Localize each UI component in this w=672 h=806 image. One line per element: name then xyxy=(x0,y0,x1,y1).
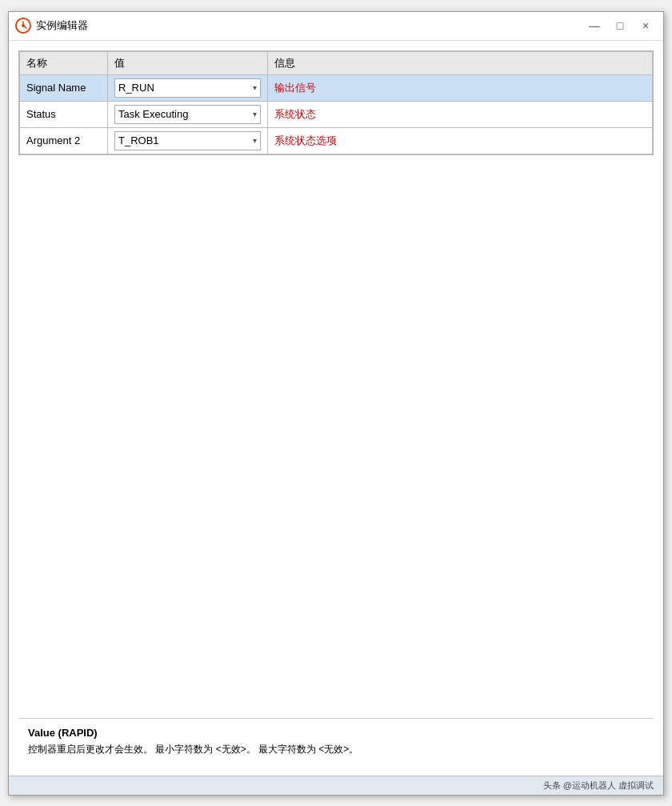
col-header-name: 名称 xyxy=(20,51,108,74)
title-bar: 实例编辑器 — □ × xyxy=(9,12,663,41)
title-bar-left: 实例编辑器 xyxy=(15,18,88,34)
title-bar-buttons: — □ × xyxy=(583,16,657,35)
svg-point-1 xyxy=(22,24,25,27)
dropdown-field[interactable]: R_RUN▾ xyxy=(114,78,261,98)
dropdown-arrow-icon: ▾ xyxy=(253,136,257,145)
dropdown-value: Task Executing xyxy=(118,108,188,120)
dropdown-value: R_RUN xyxy=(118,82,154,94)
table-row: Argument 2T_ROB1▾系统状态选项 xyxy=(20,127,653,154)
bottom-description: 控制器重启后更改才会生效。 最小字符数为 <无效>。 最大字符数为 <无效>。 xyxy=(28,742,644,757)
cell-name: Status xyxy=(20,101,108,127)
watermark-text: 头条 @运动机器人 虚拟调试 xyxy=(543,780,654,790)
properties-table: 名称 值 信息 Signal NameR_RUN▾输出信号StatusTask … xyxy=(19,51,653,154)
title-text: 实例编辑器 xyxy=(36,18,88,33)
col-header-value: 值 xyxy=(108,51,268,74)
dropdown-arrow-icon: ▾ xyxy=(253,83,257,92)
cell-info: 系统状态选项 xyxy=(268,127,653,154)
bottom-section: Value (RAPID) 控制器重启后更改才会生效。 最小字符数为 <无效>。… xyxy=(18,718,654,765)
spacer xyxy=(18,155,654,719)
cell-info: 系统状态 xyxy=(268,101,653,127)
cell-value[interactable]: R_RUN▾ xyxy=(108,74,268,101)
dropdown-arrow-icon: ▾ xyxy=(253,110,257,118)
table-row: StatusTask Executing▾系统状态 xyxy=(20,101,653,127)
watermark-bar: 头条 @运动机器人 虚拟调试 xyxy=(9,776,663,795)
close-button[interactable]: × xyxy=(634,16,657,35)
cell-name: Argument 2 xyxy=(20,127,108,154)
bottom-title: Value (RAPID) xyxy=(28,727,644,739)
cell-value[interactable]: Task Executing▾ xyxy=(108,101,268,127)
table-container: 名称 值 信息 Signal NameR_RUN▾输出信号StatusTask … xyxy=(18,50,654,155)
maximize-button[interactable]: □ xyxy=(609,16,631,35)
dropdown-value: T_ROB1 xyxy=(118,134,159,146)
table-row: Signal NameR_RUN▾输出信号 xyxy=(20,74,653,101)
cell-info: 输出信号 xyxy=(268,74,653,101)
table-header-row: 名称 值 信息 xyxy=(20,51,653,74)
dropdown-field[interactable]: T_ROB1▾ xyxy=(114,131,261,150)
dropdown-field[interactable]: Task Executing▾ xyxy=(114,105,261,124)
content-area: 名称 值 信息 Signal NameR_RUN▾输出信号StatusTask … xyxy=(9,41,663,776)
app-icon xyxy=(15,18,31,34)
main-window: 实例编辑器 — □ × 名称 值 信息 Signal NameR_RUN▾输出信… xyxy=(8,11,664,796)
col-header-info: 信息 xyxy=(268,51,653,74)
minimize-button[interactable]: — xyxy=(583,16,606,35)
cell-name: Signal Name xyxy=(20,74,108,101)
cell-value[interactable]: T_ROB1▾ xyxy=(108,127,268,154)
